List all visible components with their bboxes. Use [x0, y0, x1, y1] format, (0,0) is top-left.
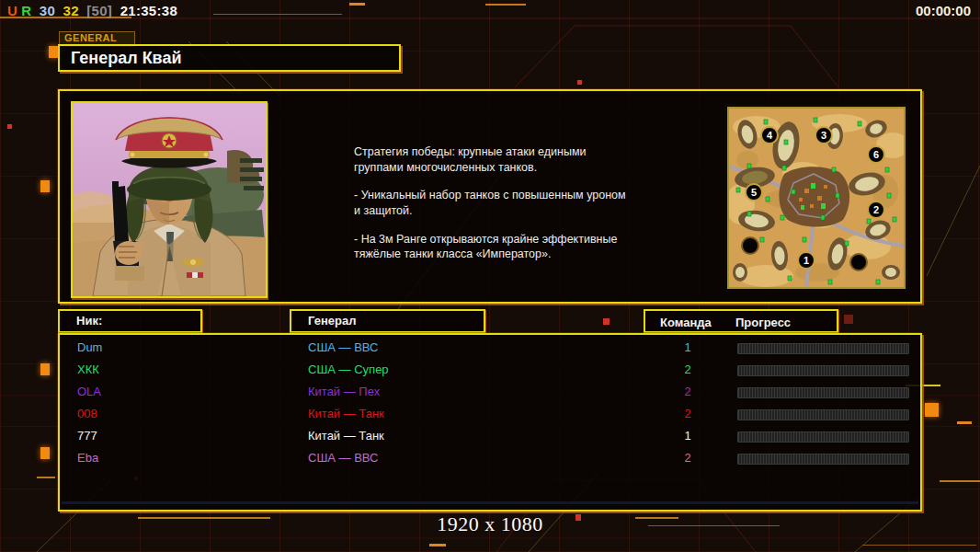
progress-bar — [737, 387, 909, 398]
decor-dash — [862, 545, 976, 546]
player-nick: 777 — [77, 429, 97, 443]
briefing-text: Стратегия победы: крупные атаки едиными … — [354, 144, 671, 275]
player-team: 2 — [677, 362, 699, 376]
player-nick: Dum — [77, 340, 102, 354]
player-nick: 008 — [77, 407, 97, 420]
decor-square — [7, 124, 12, 129]
decor-square — [603, 318, 610, 325]
spawn-point-6: 6 — [873, 149, 879, 160]
status-value-1: 30 — [40, 3, 55, 18]
decor-square — [40, 447, 50, 459]
progress-bar — [737, 454, 909, 465]
general-portrait — [71, 101, 268, 298]
player-team: 2 — [677, 385, 699, 398]
decor-dash — [940, 480, 980, 482]
player-general: Китай — Танк — [308, 407, 384, 420]
map-preview: 1 2 3 4 5 6 — [727, 107, 906, 289]
player-general: США — ВВС — [308, 340, 379, 354]
progress-bar — [737, 343, 909, 354]
player-general: Китай — Пех — [308, 385, 380, 398]
progress-bar — [737, 409, 909, 420]
decor-square — [49, 46, 58, 58]
decor-dash — [349, 3, 365, 6]
status-value-3: [50] — [86, 3, 112, 18]
player-general: США — Супер — [308, 362, 389, 376]
spawn-point-1: 1 — [803, 255, 809, 266]
player-row: 008 Китай — Танк 2 — [60, 403, 920, 425]
decor-square — [40, 180, 50, 192]
decor-dash — [957, 421, 972, 424]
decor-square — [40, 363, 50, 375]
spawn-point-2: 2 — [873, 204, 879, 215]
status-bar: UR 30 32 [50] 21:35:38 — [7, 3, 181, 18]
status-ur-u: U — [7, 3, 17, 18]
decor-dash — [429, 544, 446, 546]
player-row: Dum США — ВВС 1 — [60, 337, 920, 359]
briefing-paragraph: - На 3м Ранге открываются крайне эффекти… — [354, 232, 671, 262]
spawn-point-4: 4 — [767, 130, 773, 141]
decor-dash — [485, 4, 526, 6]
player-general: США — ВВС — [308, 451, 379, 465]
map-preview-art: 1 2 3 4 5 6 — [729, 109, 904, 287]
header-general: Генерал — [290, 309, 485, 333]
player-nick: ХКК — [77, 362, 99, 376]
header-progress: Прогресс — [735, 313, 791, 332]
decor-line — [62, 501, 918, 504]
player-row: Eba США — ВВС 2 — [60, 447, 920, 469]
player-row: 777 Китай — Танк 1 — [60, 425, 920, 447]
player-team: 1 — [677, 429, 699, 443]
briefing-paragraph: Стратегия победы: крупные атаки едиными … — [354, 144, 671, 175]
footer-resolution: 1920 x 1080 — [0, 512, 980, 536]
status-clock: 21:35:38 — [120, 3, 177, 18]
decor-dash — [37, 477, 55, 478]
spawn-point-3: 3 — [821, 130, 826, 141]
status-ur-r: R — [21, 3, 31, 18]
spawn-point-5: 5 — [751, 187, 757, 198]
player-nick: Eba — [77, 451, 98, 465]
header-team-progress: Команда Прогресс — [644, 309, 838, 333]
player-row: OLA Китай — Пех 2 — [60, 381, 920, 403]
player-nick: OLA — [77, 385, 101, 398]
general-title: Генерал Квай — [71, 49, 182, 68]
player-team: 2 — [677, 407, 699, 420]
loading-screen: UR 30 32 [50] 21:35:38 00:00:00 GENERAL … — [0, 0, 980, 552]
player-team: 2 — [677, 451, 699, 465]
progress-bar — [737, 431, 909, 443]
header-team: Команда — [660, 313, 712, 332]
player-row: ХКК США — Супер 2 — [60, 359, 920, 381]
briefing-paragraph: - Уникальный набор танков с повышенным у… — [354, 188, 671, 218]
general-title-box: Генерал Квай — [58, 44, 401, 72]
general-portrait-art — [73, 103, 266, 296]
decor-dash — [213, 14, 342, 15]
decor-square — [844, 315, 853, 324]
briefing-panel: Стратегия победы: крупные атаки едиными … — [58, 89, 922, 304]
players-panel: Dum США — ВВС 1 ХКК США — Супер 2 OLA Ки… — [58, 333, 922, 512]
progress-bar — [737, 365, 909, 376]
header-nick: Ник: — [58, 309, 202, 333]
status-value-2: 32 — [63, 3, 79, 18]
player-team: 1 — [677, 340, 699, 354]
match-timer: 00:00:00 — [916, 3, 971, 18]
decor-square — [577, 80, 582, 85]
decor-square — [925, 403, 939, 417]
player-general: Китай — Танк — [308, 429, 384, 443]
player-rows: Dum США — ВВС 1 ХКК США — Супер 2 OLA Ки… — [60, 337, 920, 469]
